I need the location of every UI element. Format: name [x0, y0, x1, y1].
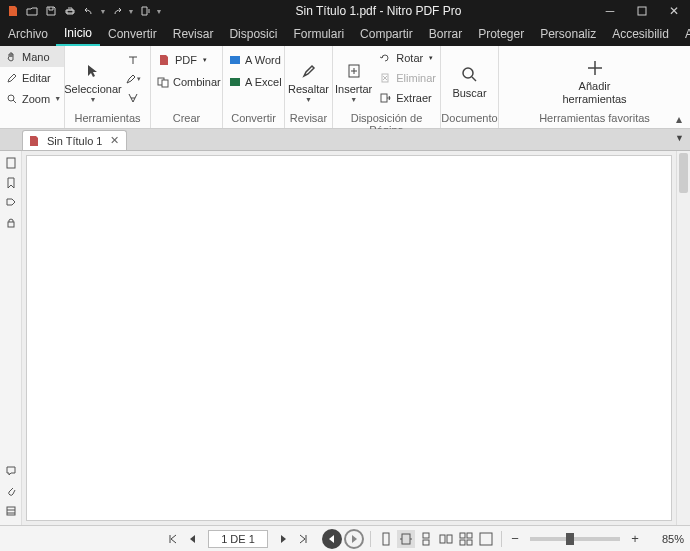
- tab-accesibilidad[interactable]: Accesibilid: [604, 22, 677, 46]
- extract-button[interactable]: Extraer: [374, 88, 440, 108]
- nav-forward-button[interactable]: [344, 529, 364, 549]
- pen-tool-icon[interactable]: ▾: [125, 71, 141, 87]
- facing-view-icon[interactable]: [437, 530, 455, 548]
- document-tab[interactable]: Sin Título 1 ✕: [22, 130, 127, 150]
- first-page-button[interactable]: [164, 530, 182, 548]
- select-dropdown-icon: ▼: [90, 96, 97, 103]
- zoom-slider[interactable]: [530, 537, 620, 541]
- continuous-view-icon[interactable]: [417, 530, 435, 548]
- pdf-label: PDF: [175, 54, 197, 66]
- tab-borrar[interactable]: Borrar: [421, 22, 470, 46]
- to-excel-button[interactable]: A Excel: [225, 72, 282, 92]
- plus-icon: [585, 57, 605, 79]
- single-page-view-icon[interactable]: [377, 530, 395, 548]
- comments-panel-icon[interactable]: [3, 463, 19, 479]
- pdf-button[interactable]: PDF ▾: [153, 50, 220, 70]
- page-canvas[interactable]: [26, 155, 672, 521]
- svg-rect-0: [638, 7, 646, 15]
- redo-icon[interactable]: [108, 2, 126, 20]
- svg-rect-18: [447, 535, 452, 543]
- zoom-out-button[interactable]: −: [508, 531, 522, 546]
- svg-rect-20: [467, 533, 472, 538]
- maximize-button[interactable]: [626, 0, 658, 22]
- prev-page-button[interactable]: [184, 530, 202, 548]
- svg-rect-10: [7, 158, 15, 168]
- collapse-ribbon-icon[interactable]: ▴: [672, 112, 686, 126]
- hand-tool[interactable]: Mano: [0, 46, 64, 67]
- combine-button[interactable]: Combinar: [153, 72, 220, 92]
- facing-continuous-icon[interactable]: [457, 530, 475, 548]
- rotate-button[interactable]: Rotar ▾: [374, 48, 440, 68]
- undo-dropdown-icon[interactable]: ▼: [99, 8, 107, 15]
- attachments-panel-icon[interactable]: [3, 483, 19, 499]
- fullscreen-icon[interactable]: [477, 530, 495, 548]
- redo-dropdown-icon[interactable]: ▼: [127, 8, 135, 15]
- group-revisar-label: Revisar: [285, 112, 332, 128]
- tab-ayuda[interactable]: Ayuda: [677, 22, 690, 46]
- tab-revisar[interactable]: Revisar: [165, 22, 222, 46]
- zoom-level[interactable]: 85%: [644, 533, 684, 545]
- tab-personalizar[interactable]: Personaliz: [532, 22, 604, 46]
- last-page-button[interactable]: [294, 530, 312, 548]
- app-icon[interactable]: [4, 2, 22, 20]
- highlight-dropdown-icon: ▼: [305, 96, 312, 103]
- zoom-slider-handle[interactable]: [566, 533, 574, 545]
- highlight-button[interactable]: Resaltar ▼: [285, 46, 332, 112]
- search-button[interactable]: Buscar: [441, 46, 498, 112]
- text-tool-icon[interactable]: [125, 52, 141, 68]
- close-tab-icon[interactable]: ✕: [108, 135, 120, 147]
- group-crear-label: Crear: [151, 112, 222, 128]
- qat-customize-icon[interactable]: ▼: [155, 8, 163, 15]
- tab-compartir[interactable]: Compartir: [352, 22, 421, 46]
- security-panel-icon[interactable]: [3, 215, 19, 231]
- pages-panel-icon[interactable]: [3, 155, 19, 171]
- tab-convertir[interactable]: Convertir: [100, 22, 165, 46]
- search-label: Buscar: [452, 87, 486, 99]
- search-icon: [460, 64, 480, 86]
- insert-button[interactable]: Insertar ▼: [333, 46, 374, 112]
- zoom-dropdown-icon: ▼: [54, 95, 61, 102]
- print-icon[interactable]: [61, 2, 79, 20]
- to-word-label: A Word: [245, 54, 281, 66]
- tabs-dropdown-icon[interactable]: ▼: [675, 133, 684, 143]
- svg-rect-21: [460, 540, 465, 545]
- svg-rect-19: [460, 533, 465, 538]
- open-icon[interactable]: [23, 2, 41, 20]
- close-button[interactable]: ✕: [658, 0, 690, 22]
- highlighter-icon: [300, 60, 318, 82]
- group-crear: PDF ▾ Combinar Crear: [151, 46, 223, 128]
- page-indicator[interactable]: 1 DE 1: [208, 530, 268, 548]
- group-documento-label: Documento: [441, 112, 498, 128]
- typewriter-tool-icon[interactable]: [125, 90, 141, 106]
- edit-tool[interactable]: Editar: [0, 67, 64, 88]
- properties-icon[interactable]: [136, 2, 154, 20]
- combine-icon: [157, 75, 169, 89]
- minimize-button[interactable]: ─: [594, 0, 626, 22]
- bookmarks-panel-icon[interactable]: [3, 175, 19, 191]
- select-button[interactable]: Seleccionar ▼: [65, 46, 121, 112]
- separator-2: [501, 531, 502, 547]
- highlight-label: Resaltar: [288, 83, 329, 95]
- layers-panel-icon[interactable]: [3, 503, 19, 519]
- tab-proteger[interactable]: Proteger: [470, 22, 532, 46]
- tab-formularios[interactable]: Formulari: [285, 22, 352, 46]
- scrollbar-thumb[interactable]: [679, 153, 688, 193]
- title-bar: ▼ ▼ ▼ Sin Título 1.pdf - Nitro PDF Pro ─…: [0, 0, 690, 22]
- save-icon[interactable]: [42, 2, 60, 20]
- group-revisar: Resaltar ▼ Revisar: [285, 46, 333, 128]
- add-tools-button[interactable]: Añadir herramientas: [499, 46, 690, 112]
- vertical-scrollbar[interactable]: [676, 151, 690, 525]
- tab-disposicion[interactable]: Disposici: [221, 22, 285, 46]
- tags-panel-icon[interactable]: [3, 195, 19, 211]
- tab-archivo[interactable]: Archivo: [0, 22, 56, 46]
- zoom-tool[interactable]: Zoom ▼: [0, 88, 64, 109]
- next-page-button[interactable]: [274, 530, 292, 548]
- zoom-in-button[interactable]: +: [628, 531, 642, 546]
- svg-rect-16: [423, 540, 429, 545]
- undo-icon[interactable]: [80, 2, 98, 20]
- to-word-button[interactable]: A Word: [225, 50, 282, 70]
- nav-back-button[interactable]: [322, 529, 342, 549]
- fit-width-icon[interactable]: [397, 530, 415, 548]
- tab-inicio[interactable]: Inicio: [56, 22, 100, 46]
- svg-rect-8: [381, 94, 387, 102]
